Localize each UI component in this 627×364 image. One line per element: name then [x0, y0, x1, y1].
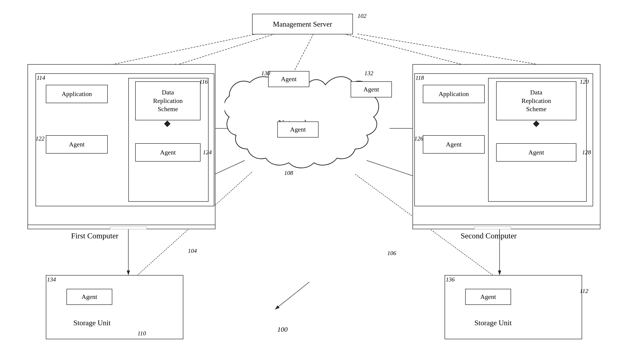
ref-136: 136 [446, 276, 455, 283]
svg-line-4 [172, 34, 275, 66]
agent-136-label: Agent [480, 293, 496, 301]
ref-104: 104 [188, 248, 197, 255]
application-left-box: Application [46, 85, 108, 103]
agent-132-box: Agent [351, 81, 392, 98]
application-right-box: Application [423, 85, 485, 103]
storage-unit-right-label: Storage Unit [474, 319, 512, 327]
agent-126-box: Agent [423, 135, 485, 154]
management-server-box: Management Server [252, 14, 353, 34]
ref-110: 110 [138, 330, 146, 337]
first-computer-label: First Computer [71, 231, 118, 240]
agent-136-box: Agent [465, 289, 511, 305]
agent-network-label: Agent [290, 126, 306, 133]
second-computer-label: Second Computer [461, 231, 517, 240]
agent-122-label: Agent [69, 141, 85, 148]
agent-124-box: Agent [135, 143, 201, 162]
ref-114: 114 [37, 74, 45, 81]
ref-134: 134 [47, 276, 56, 283]
ref-122: 122 [36, 135, 45, 142]
storage-unit-left-label: Storage Unit [73, 319, 111, 327]
application-left-label: Application [62, 90, 92, 98]
ref-112: 112 [580, 288, 588, 295]
drive-indicator-right [474, 226, 511, 229]
ref-100: 100 [277, 325, 288, 333]
data-rep-right-label: Data Replication Scheme [521, 88, 551, 113]
ref-120: 120 [580, 78, 589, 85]
application-right-label: Application [439, 90, 469, 98]
agent-network-box: Agent [277, 121, 318, 138]
storage-unit-right-box [445, 275, 582, 339]
management-server-label: Management Server [273, 20, 332, 28]
ref-130: 130 [261, 70, 270, 77]
agent-130-label: Agent [281, 75, 297, 83]
ref-102: 102 [358, 13, 366, 19]
storage-unit-left-box [46, 275, 183, 339]
agent-128-box: Agent [496, 143, 576, 162]
ref-116: 116 [199, 78, 208, 85]
ref-106: 106 [387, 250, 396, 257]
agent-134-label: Agent [82, 293, 97, 301]
svg-line-7 [358, 34, 550, 66]
agent-124-label: Agent [160, 149, 176, 156]
ref-108: 108 [284, 170, 293, 176]
svg-line-3 [103, 34, 257, 66]
svg-line-6 [344, 34, 470, 66]
agent-128-label: Agent [528, 149, 544, 156]
agent-126-label: Agent [446, 141, 462, 148]
ref-118: 118 [416, 74, 424, 81]
diagram: Management Server 102 First Computer 104… [0, 0, 627, 364]
ref-126: 126 [414, 135, 423, 142]
svg-line-14 [275, 282, 309, 310]
drive-indicator-left [110, 226, 147, 229]
data-rep-left-box: Data Replication Scheme [135, 81, 201, 120]
ref-132: 132 [364, 70, 373, 77]
agent-134-box: Agent [66, 289, 112, 305]
ref-124: 124 [203, 149, 212, 156]
agent-122-box: Agent [46, 135, 108, 154]
ref-128: 128 [582, 149, 591, 156]
data-rep-left-label: Data Replication Scheme [153, 88, 183, 113]
agent-130-box: Agent [268, 71, 309, 87]
data-rep-right-box: Data Replication Scheme [496, 81, 576, 120]
agent-132-label: Agent [364, 86, 379, 93]
